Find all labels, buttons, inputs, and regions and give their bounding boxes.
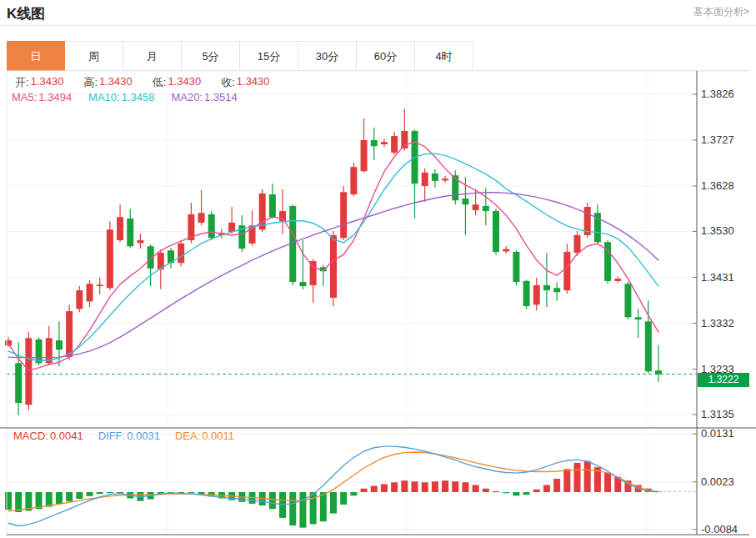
candle [117,217,123,240]
candle [87,284,93,301]
candle [553,288,560,292]
open-label: 开: [15,75,29,90]
ma20-value: 1.3514 [204,91,238,103]
candle [655,370,662,374]
candle [107,229,113,288]
candle [361,140,368,171]
candle [503,249,509,252]
candle [137,240,143,243]
candle [533,285,540,304]
candle [36,339,43,363]
candle [97,284,103,286]
price-axis-label: 1.3332 [701,317,734,329]
candle [422,173,428,186]
price-axis-label: 1.3431 [701,271,734,284]
current-price-badge: 1.3222 [698,373,749,387]
low-label: 低: [153,75,167,90]
ohlc-legend: 开:1.3430 高:1.3430 低:1.3430 收:1.3430 [15,75,270,90]
candle [198,213,205,223]
dea-value: 0.0011 [202,430,234,442]
candle [56,340,63,349]
candle [574,235,581,253]
low-value: 1.3430 [168,75,201,90]
candle [483,206,489,211]
candle [614,279,621,281]
ma10-value: 1.3458 [122,91,155,103]
close-value: 1.3430 [237,75,270,90]
high-label: 高: [83,75,98,90]
ma-legend: MA5:1.3494 MA10:1.3458 MA20:1.3514 [12,91,238,103]
candle [381,142,388,144]
candle [127,219,133,246]
macd-axis-label: 0.0131 [701,427,734,440]
candle [432,173,438,181]
macd-label: MACD: [13,430,48,442]
candle [269,194,276,217]
candle [340,192,347,238]
high-value: 1.3430 [99,75,133,90]
ma20-label: MA20: [171,91,203,103]
price-axis-label: 1.3628 [701,179,734,192]
price-axis-label: 1.3727 [701,133,734,146]
candle [66,311,73,357]
macd-axis-label: 0.0023 [701,475,734,488]
macd-axis-label: -0.0084 [701,523,738,535]
candle [523,281,530,306]
candle [543,285,550,290]
macd-value: 0.0041 [50,430,83,442]
diff-label: DIFF: [98,430,126,442]
candle [5,340,12,345]
price-axis-label: 1.3530 [701,224,734,237]
candle [513,252,519,282]
candle [228,223,235,232]
price-axis-label: 1.3826 [701,88,734,100]
candle [645,321,652,371]
candle [473,204,479,210]
ma5-label: MA5: [12,91,37,103]
kline-page: K线图 基本面分析> 日 周 月 5分 15分 30分 60分 4时 开:1.3… [0,0,756,538]
macd-legend: MACD:0.0041 DIFF:0.0031 DEA:0.0011 [13,430,234,442]
candle [493,211,499,252]
candle [208,214,215,238]
candle [563,252,570,290]
candle [604,242,611,281]
candle [299,282,306,286]
ma5-value: 1.3494 [38,91,72,103]
candle [178,244,184,263]
close-label: 收: [221,75,235,90]
candle [442,178,448,180]
candle [279,211,286,221]
candle [25,338,32,405]
price-axis-label: 1.3135 [701,408,734,420]
ma10-label: MA10: [88,91,120,103]
candle [371,140,378,146]
candle [330,235,337,298]
candle [462,199,468,204]
dea-label: DEA: [175,430,200,442]
candle [391,136,398,153]
candle [15,363,22,403]
candle [624,284,631,317]
candle [350,167,357,194]
open-value: 1.3430 [31,75,64,90]
candle [76,290,83,309]
candle [635,317,642,319]
diff-value: 0.0031 [127,430,160,442]
